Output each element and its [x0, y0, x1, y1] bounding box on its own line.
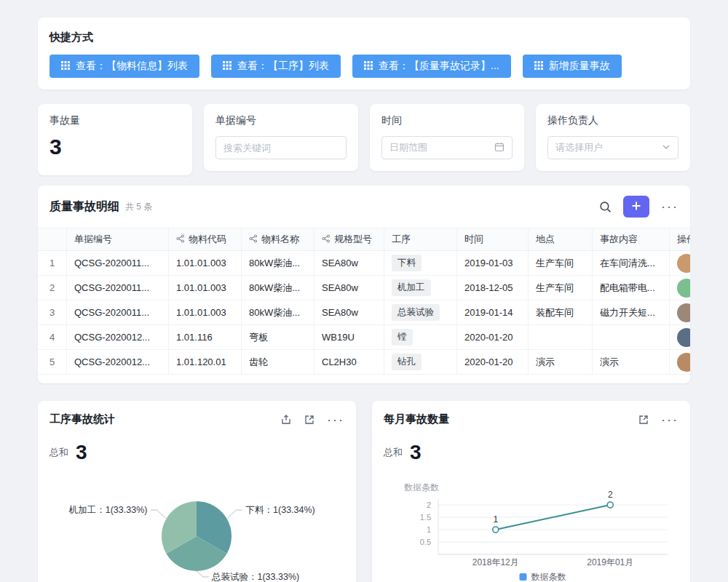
- shortcut-view-material-list-button[interactable]: 查看：【物料信息】列表: [50, 55, 199, 78]
- pie-chart-title: 工序事故统计: [50, 412, 115, 426]
- col-header-doc-no: 单据编号: [67, 228, 169, 250]
- more-menu-icon[interactable]: ···: [327, 413, 344, 426]
- filters-row: 事故量 3 单据编号 时间 日期范围 操作负责人 请选择用户: [38, 104, 690, 175]
- process-tag: 总装试验: [392, 304, 440, 321]
- pie-card-header: 工序事故统计 ···: [38, 401, 356, 426]
- shortcut-buttons-row: 查看：【物料信息】列表 查看：【工序】列表 查看：【质量事故记录】... 新增质…: [50, 55, 678, 78]
- shortcut-button-label: 新增质量事故: [549, 60, 610, 73]
- process-cell: 镗: [384, 325, 457, 349]
- col-header-process: 工序: [384, 228, 457, 250]
- doc-no-filter-label: 单据编号: [215, 114, 347, 127]
- export-icon[interactable]: [280, 414, 292, 426]
- material-name-cell: 弯板: [242, 325, 314, 349]
- line-card-actions: ···: [638, 413, 678, 426]
- chevron-down-icon: [662, 143, 670, 154]
- grid-icon: [223, 60, 232, 72]
- material-name-cell: 80kW柴油...: [242, 251, 314, 275]
- add-record-button[interactable]: [623, 196, 649, 218]
- table-row[interactable]: 5 QCSG-2020012... 1.01.120.01 齿轮 CL2H30 …: [38, 350, 690, 375]
- operator-cell: [670, 276, 690, 300]
- table-scroll-area[interactable]: 单据编号 物料代码 物料名称 规格型号 工序 时间 地点 事故内容 操作负责人 …: [38, 228, 690, 375]
- process-tag: 镗: [392, 329, 413, 346]
- doc-no-cell: QCSG-2020012...: [67, 325, 169, 349]
- process-tag: 下料: [392, 255, 422, 271]
- spec-cell: CL2H30: [314, 350, 384, 374]
- table-actions: ···: [599, 196, 678, 218]
- table-row[interactable]: 4 QCSG-2020012... 1.01.116 弯板 WB19U 镗 20…: [38, 325, 690, 350]
- line-chart-title: 每月事故数量: [384, 412, 449, 426]
- material-name-cell: 80kW柴油...: [242, 276, 314, 300]
- doc-no-cell: QCSG-2020011...: [67, 276, 169, 300]
- row-index: 2: [38, 276, 67, 300]
- table-row[interactable]: 1 QCSG-2020011... 1.01.01.003 80kW柴油... …: [38, 251, 690, 276]
- content-cell: 磁力开关短...: [593, 300, 670, 324]
- pie-chart-svg: 下料：1(33.34%)总装试验：1(33.33%)机加工：1(33.33%): [50, 467, 344, 582]
- place-cell: 演示: [529, 350, 593, 374]
- date-cell: 2020-01-20: [457, 325, 529, 349]
- avatar: [677, 254, 690, 273]
- svg-text:2: 2: [427, 501, 431, 509]
- calendar-icon: [494, 142, 505, 154]
- avatar: [677, 328, 690, 347]
- col-header-index: [38, 228, 67, 250]
- avatar: [677, 303, 690, 322]
- svg-text:2018年12月: 2018年12月: [472, 557, 519, 567]
- date-range-placeholder: 日期范围: [389, 141, 427, 154]
- material-code-cell: 1.01.116: [169, 325, 242, 349]
- accident-table: 单据编号 物料代码 物料名称 规格型号 工序 时间 地点 事故内容 操作负责人 …: [38, 228, 690, 375]
- time-filter-label: 时间: [381, 114, 513, 127]
- content-cell: 在车间清洗...: [593, 251, 670, 275]
- place-cell: 生产车间: [529, 251, 593, 275]
- svg-text:总装试验：1(33.33%): 总装试验：1(33.33%): [211, 572, 299, 582]
- doc-no-filter-card: 单据编号: [204, 104, 358, 171]
- table-row[interactable]: 2 QCSG-2020011... 1.01.01.003 80kW柴油... …: [38, 276, 690, 300]
- shortcut-button-label: 查看：【工序】列表: [237, 60, 329, 73]
- avatar: [677, 279, 690, 298]
- shortcut-view-process-list-button[interactable]: 查看：【工序】列表: [211, 55, 341, 78]
- table-row-count: 共 5 条: [125, 201, 152, 213]
- process-cell: 钻孔: [384, 350, 457, 374]
- more-menu-icon[interactable]: ···: [661, 413, 678, 426]
- svg-text:机加工：1(33.33%): 机加工：1(33.33%): [68, 505, 148, 515]
- accident-detail-table-card: 质量事故明细 共 5 条 ··· 单据编号 物料代码 物料名称 规格型号: [38, 186, 690, 383]
- content-cell: 演示: [593, 350, 670, 374]
- date-range-input[interactable]: 日期范围: [381, 136, 513, 159]
- dashboard-page: 快捷方式 查看：【物料信息】列表 查看：【工序】列表 查看：【质量事故记录】..…: [0, 0, 728, 582]
- svg-text:1.5: 1.5: [420, 513, 431, 522]
- more-menu-icon[interactable]: ···: [661, 200, 678, 213]
- date-cell: 2019-01-14: [457, 300, 529, 324]
- row-index: 3: [38, 300, 67, 324]
- operator-filter-label: 操作负责人: [547, 114, 678, 127]
- doc-no-cell: QCSG-2020011...: [67, 251, 169, 275]
- table-card-header: 质量事故明细 共 5 条 ···: [38, 186, 690, 228]
- shortcut-view-quality-records-button[interactable]: 查看：【质量事故记录】...: [352, 55, 511, 78]
- pie-card-actions: ···: [280, 413, 344, 426]
- content-cell: 配电箱带电...: [593, 276, 670, 300]
- grid-icon: [364, 60, 373, 72]
- col-header-material-name: 物料名称: [242, 228, 314, 250]
- svg-text:0.5: 0.5: [420, 538, 431, 546]
- open-in-new-icon[interactable]: [304, 414, 315, 426]
- col-header-content: 事故内容: [593, 228, 670, 250]
- spec-cell: SEA80w: [314, 251, 384, 275]
- line-card-header: 每月事故数量 ···: [372, 401, 690, 426]
- operator-select-placeholder: 请选择用户: [555, 141, 603, 154]
- material-name-cell: 齿轮: [242, 350, 314, 374]
- doc-no-search-input[interactable]: [215, 136, 347, 159]
- svg-text:下料：1(33.34%): 下料：1(33.34%): [246, 505, 315, 515]
- material-name-cell: 80kW柴油...: [242, 300, 314, 324]
- accident-count-label: 事故量: [50, 114, 181, 127]
- col-header-material-code: 物料代码: [169, 228, 242, 250]
- operator-cell: [670, 325, 690, 349]
- open-in-new-icon[interactable]: [638, 414, 649, 426]
- operator-filter-card: 操作负责人 请选择用户: [536, 104, 690, 171]
- spec-cell: SEA80w: [314, 300, 384, 324]
- grid-icon: [534, 60, 543, 72]
- search-icon[interactable]: [599, 201, 612, 213]
- col-header-spec: 规格型号: [314, 228, 384, 250]
- operator-select[interactable]: 请选择用户: [547, 136, 678, 159]
- shortcut-add-quality-accident-button[interactable]: 新增质量事故: [523, 55, 622, 78]
- material-code-cell: 1.01.01.003: [169, 276, 242, 300]
- table-row[interactable]: 3 QCSG-2020011... 1.01.01.003 80kW柴油... …: [38, 300, 690, 325]
- shortcuts-card: 快捷方式 查看：【物料信息】列表 查看：【工序】列表 查看：【质量事故记录】..…: [38, 17, 690, 89]
